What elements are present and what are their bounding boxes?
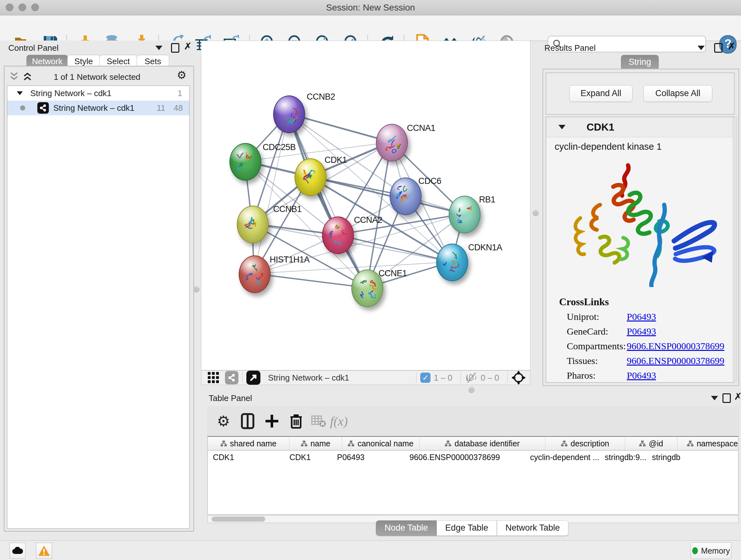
results-panel: Results Panel ✗ String Expand All Collap… (541, 41, 741, 387)
hidden-items-icon (465, 372, 477, 383)
crosslink-tissues-link[interactable]: 9606.ENSP00000378699 (627, 355, 724, 366)
network-row-label: String Network – cdk1 (53, 103, 134, 113)
network-type-icon (37, 102, 49, 114)
crosslink-pharos-link[interactable]: P06493 (627, 370, 656, 381)
scrollbar-thumb[interactable] (212, 516, 265, 522)
right-splitter-grip[interactable] (533, 210, 539, 216)
node-label-RB1: RB1 (479, 195, 495, 205)
network-node-CCNA1[interactable] (376, 124, 408, 162)
tab-network-table[interactable]: Network Table (497, 520, 569, 536)
control-panel-title: Control Panel (8, 43, 59, 53)
delete-table-icon[interactable] (310, 412, 327, 430)
show-columns-icon[interactable] (239, 412, 257, 430)
panel-menu-icon[interactable] (155, 46, 162, 50)
network-node-CDC25B[interactable] (229, 143, 261, 181)
table-settings-gear-icon[interactable]: ⚙ (214, 412, 232, 430)
navigator-crosshair-icon[interactable] (512, 371, 526, 385)
network-node-CCNB2[interactable] (273, 96, 305, 133)
network-view-title: String Network – cdk1 (268, 373, 412, 383)
column-header[interactable]: name (289, 437, 342, 450)
control-panel: Control Panel ✗ Network Style Select Set… (0, 41, 197, 540)
collapse-entry-icon[interactable] (558, 125, 565, 129)
expand-all-icon[interactable] (23, 72, 33, 81)
crosslink-genecard-link[interactable]: P06493 (627, 326, 656, 337)
crosslink-label: Tissues: (567, 355, 598, 366)
column-header[interactable]: @id (625, 437, 677, 450)
function-builder-icon[interactable]: f(x) (330, 412, 348, 430)
node-label-CCNA2: CCNA2 (354, 215, 382, 225)
tab-edge-table[interactable]: Edge Table (436, 520, 497, 536)
network-collection-count: 1 (178, 88, 182, 98)
protein-thumbnail (236, 151, 255, 172)
left-splitter-grip[interactable] (193, 287, 199, 293)
network-node-RB1[interactable] (449, 196, 481, 233)
tree-expand-icon[interactable] (17, 91, 23, 95)
network-collection-row[interactable]: String Network – cdk1 1 (7, 86, 189, 101)
network-options-gear-icon[interactable]: ⚙ (177, 70, 186, 80)
panel-float-icon[interactable] (714, 43, 723, 53)
table-panel-title: Table Panel (209, 393, 252, 403)
network-node-CDKN1A[interactable] (436, 244, 468, 281)
node-details-box: CDK1 cyclin-dependent kinase 1 CrossLink… (546, 117, 735, 383)
grid-view-icon[interactable] (207, 371, 220, 384)
expand-all-button[interactable]: Expand All (569, 85, 632, 102)
protein-thumbnail (280, 104, 298, 125)
cloud-button[interactable] (10, 543, 25, 559)
network-edge[interactable] (337, 235, 452, 262)
protein-thumbnail (244, 214, 262, 235)
title-bar: Session: New Session (0, 0, 741, 15)
network-list-box: 1 of 1 Network selected ⚙ String Network… (4, 66, 194, 532)
memory-label: Memory (701, 546, 730, 556)
statusbar-separator (416, 372, 416, 383)
panel-menu-icon[interactable] (711, 396, 718, 400)
collapse-all-button[interactable]: Collapse All (643, 85, 712, 102)
warnings-button[interactable] (36, 543, 52, 559)
network-canvas[interactable]: CCNB2CCNA1CDC25BCDK1CDC6RB1CCNB1CCNA2CDK… (201, 41, 530, 370)
tab-node-table[interactable]: Node Table (376, 520, 436, 536)
birds-eye-view-icon[interactable] (246, 371, 260, 385)
column-header[interactable]: namespace (677, 437, 738, 450)
network-row[interactable]: String Network – cdk1 11 48 (7, 101, 189, 115)
panel-menu-icon[interactable] (697, 46, 704, 50)
network-edge[interactable] (254, 114, 288, 273)
network-edge[interactable] (254, 273, 367, 288)
crosslink-compartments-link[interactable]: 9606.ENSP00000378699 (627, 341, 724, 352)
panel-float-icon[interactable] (723, 393, 731, 403)
node-details-header[interactable]: CDK1 (546, 117, 734, 137)
network-node-CCNB1[interactable] (237, 206, 269, 243)
tab-string[interactable]: String (621, 55, 659, 70)
string-results-box: Expand All Collapse All CDK1 cyclin-depe… (542, 69, 739, 386)
node-table[interactable]: shared name name canonical name database… (207, 436, 738, 515)
table-row[interactable]: CDK1 CDK1 P06493 9606.ENSP00000378699 cy… (208, 450, 738, 464)
panel-close-icon[interactable]: ✗ (728, 43, 736, 50)
panel-close-icon[interactable]: ✗ (734, 393, 741, 400)
network-status-dot-icon (20, 105, 25, 111)
add-column-icon[interactable] (263, 412, 281, 430)
network-node-CCNA2[interactable] (322, 216, 354, 254)
protein-thumbnail (358, 278, 377, 299)
network-node-CDK1[interactable] (294, 159, 327, 196)
results-scrollbar[interactable] (733, 117, 737, 381)
collapse-all-icon[interactable] (10, 72, 20, 81)
statusbar-separator (242, 372, 243, 383)
delete-column-icon[interactable] (287, 412, 305, 430)
protein-thumbnail (443, 252, 461, 273)
node-label-HIST1H1A: HIST1H1A (270, 255, 310, 265)
column-header[interactable]: description (545, 437, 625, 450)
panel-close-icon[interactable]: ✗ (184, 43, 192, 50)
node-label-CCNE1: CCNE1 (379, 268, 407, 278)
network-share-view-icon[interactable] (225, 371, 239, 384)
hidden-counts: 0 – 0 (481, 373, 499, 383)
selected-checkbox-icon[interactable]: ✓ (420, 373, 430, 383)
crosslink-uniprot-link[interactable]: P06493 (627, 311, 656, 322)
crosslinks-title: CrossLinks (559, 296, 609, 308)
column-header[interactable]: canonical name (342, 437, 420, 450)
node-label-CDK1: CDK1 (325, 155, 347, 165)
network-node-HIST1H1A[interactable] (239, 255, 271, 293)
column-header[interactable]: database identifier (420, 437, 545, 450)
network-node-CDC6[interactable] (390, 178, 421, 215)
panel-float-icon[interactable] (171, 43, 179, 53)
memory-button[interactable]: Memory (690, 543, 731, 559)
protein-thumbnail (246, 264, 264, 285)
column-header[interactable]: shared name (208, 437, 289, 450)
